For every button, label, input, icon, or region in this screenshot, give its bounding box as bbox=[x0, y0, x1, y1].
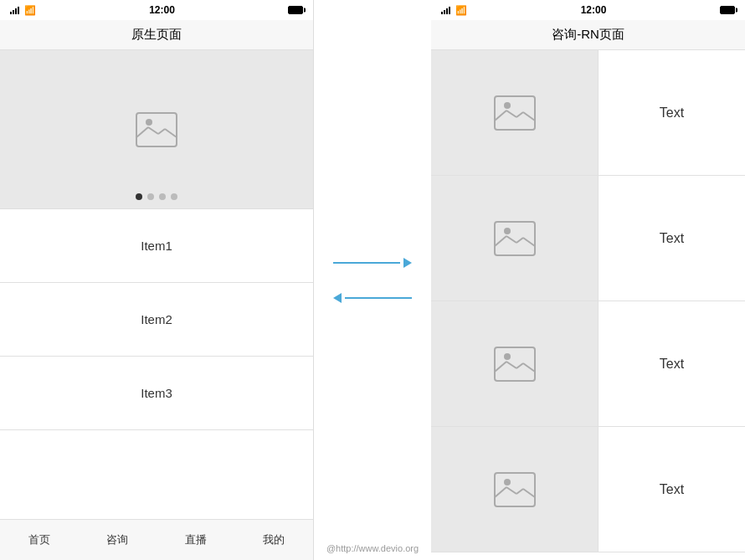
svg-line-21 bbox=[516, 363, 523, 368]
svg-line-4 bbox=[165, 129, 177, 137]
right-phone: 📶 12:00 咨询-RN页面 Text bbox=[431, 0, 745, 560]
svg-line-10 bbox=[523, 112, 535, 121]
svg-line-19 bbox=[495, 362, 506, 372]
rn-item-3[interactable]: Text bbox=[431, 301, 745, 427]
list-item-1[interactable]: Item1 bbox=[0, 209, 313, 283]
dot-1 bbox=[136, 193, 142, 200]
svg-line-3 bbox=[158, 129, 165, 134]
svg-rect-12 bbox=[495, 222, 535, 255]
rn-item-4-image bbox=[431, 427, 599, 552]
svg-line-26 bbox=[506, 487, 516, 494]
dot-3 bbox=[159, 193, 166, 200]
svg-rect-0 bbox=[136, 113, 177, 146]
rn-item-3-image-icon bbox=[494, 347, 536, 382]
rn-item-1-image-icon bbox=[494, 95, 536, 131]
svg-point-11 bbox=[504, 102, 511, 109]
tab-mine[interactable]: 我的 bbox=[235, 520, 314, 560]
left-battery-icon bbox=[288, 6, 303, 14]
rn-item-4-text: Text bbox=[599, 427, 745, 552]
banner-dots bbox=[136, 193, 177, 200]
right-battery-icon bbox=[720, 6, 735, 14]
tab-home[interactable]: 首页 bbox=[0, 520, 79, 560]
svg-line-13 bbox=[495, 236, 506, 246]
left-spacer bbox=[0, 430, 313, 519]
list-item-2[interactable]: Item2 bbox=[0, 283, 313, 357]
svg-point-17 bbox=[504, 228, 511, 234]
rn-item-2-text: Text bbox=[599, 176, 745, 301]
left-banner bbox=[0, 50, 313, 209]
rn-item-1-image bbox=[431, 50, 599, 175]
right-wifi-icon: 📶 bbox=[455, 5, 467, 16]
left-phone: 📶 12:00 原生页面 Item1 It bbox=[0, 0, 314, 560]
arrow-left-row bbox=[333, 293, 412, 303]
rn-item-2-image bbox=[431, 176, 599, 301]
right-signal-bars-icon bbox=[441, 6, 450, 14]
rn-item-2[interactable]: Text bbox=[431, 176, 745, 301]
svg-line-16 bbox=[523, 238, 535, 246]
arrow-right-line bbox=[333, 262, 400, 264]
svg-line-20 bbox=[506, 362, 516, 368]
svg-line-1 bbox=[136, 127, 148, 137]
svg-line-25 bbox=[495, 487, 506, 497]
right-signal-area: 📶 bbox=[441, 5, 467, 16]
svg-line-2 bbox=[148, 127, 158, 134]
tab-live[interactable]: 直播 bbox=[157, 520, 235, 560]
left-nav-title: 原生页面 bbox=[131, 27, 182, 43]
arrow-right-head bbox=[403, 258, 412, 268]
rn-item-1[interactable]: Text bbox=[431, 50, 745, 176]
rn-item-4[interactable]: Text bbox=[431, 427, 745, 552]
svg-line-28 bbox=[523, 489, 535, 497]
banner-image-icon bbox=[136, 112, 177, 147]
svg-point-29 bbox=[504, 479, 511, 486]
svg-point-5 bbox=[146, 119, 152, 126]
rn-item-2-image-icon bbox=[494, 221, 536, 256]
svg-line-14 bbox=[506, 236, 516, 243]
right-nav-bar: 咨询-RN页面 bbox=[431, 20, 745, 50]
svg-rect-18 bbox=[495, 347, 535, 381]
middle-arrows-area bbox=[314, 0, 431, 560]
rn-item-3-image bbox=[431, 301, 599, 426]
right-nav-title: 咨询-RN页面 bbox=[552, 27, 624, 43]
left-status-bar: 📶 12:00 bbox=[0, 0, 313, 20]
signal-bars-icon bbox=[10, 6, 19, 14]
left-signal-area: 📶 bbox=[10, 5, 36, 16]
arrow-right-row bbox=[333, 258, 412, 268]
svg-line-9 bbox=[516, 112, 523, 117]
tab-consult[interactable]: 咨询 bbox=[79, 520, 157, 560]
left-time: 12:00 bbox=[149, 4, 175, 16]
left-nav-bar: 原生页面 bbox=[0, 20, 313, 50]
right-time: 12:00 bbox=[581, 4, 607, 16]
svg-point-23 bbox=[504, 353, 511, 360]
arrow-left-head bbox=[333, 293, 342, 303]
svg-line-22 bbox=[523, 363, 535, 372]
rn-item-4-image-icon bbox=[494, 472, 536, 507]
svg-line-27 bbox=[516, 489, 523, 494]
dot-4 bbox=[171, 193, 177, 200]
svg-rect-6 bbox=[495, 96, 535, 130]
left-tab-bar: 首页 咨询 直播 我的 bbox=[0, 519, 313, 560]
svg-line-7 bbox=[495, 110, 506, 121]
rn-item-3-text: Text bbox=[599, 301, 745, 426]
rn-list[interactable]: Text Text bbox=[431, 50, 745, 560]
right-status-bar: 📶 12:00 bbox=[431, 0, 745, 20]
dot-2 bbox=[147, 193, 154, 200]
svg-line-15 bbox=[516, 238, 523, 243]
svg-rect-24 bbox=[495, 473, 535, 506]
rn-item-1-text: Text bbox=[599, 50, 745, 175]
wifi-icon: 📶 bbox=[24, 5, 36, 16]
arrow-left-line bbox=[345, 297, 412, 299]
svg-line-8 bbox=[506, 110, 516, 117]
list-item-3[interactable]: Item3 bbox=[0, 357, 313, 430]
banner-image-placeholder bbox=[131, 109, 182, 151]
